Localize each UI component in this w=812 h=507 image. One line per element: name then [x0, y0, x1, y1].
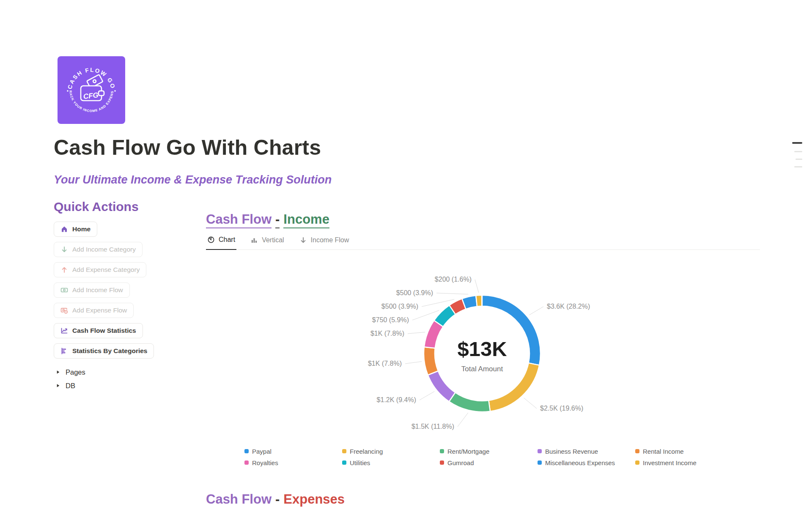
triangle-right-icon[interactable]: [55, 383, 60, 388]
cash-flow-link[interactable]: Cash Flow: [206, 492, 272, 507]
income-view-tabs: ChartVerticalIncome Flow: [206, 233, 760, 250]
quick-action-add-expense-flow-button[interactable]: Add Expense Flow: [54, 303, 134, 318]
legend-item-freelancing[interactable]: Freelancing: [342, 447, 440, 456]
quick-action-add-income-flow-button[interactable]: Add Income Flow: [54, 282, 130, 298]
slice-leader-line: [436, 293, 468, 294]
legend-item-gumroad[interactable]: Gumroad: [440, 458, 538, 467]
slice-label-paypal: $3.6K (28.2%): [547, 303, 590, 310]
quick-action-add-income-category-button[interactable]: Add Income Category: [54, 242, 143, 257]
legend-label: Gumroad: [447, 459, 474, 466]
slice-label-rent-mortgage: $1.5K (11.8%): [411, 423, 454, 430]
banknote-icon: [60, 286, 68, 294]
toc-line[interactable]: [794, 166, 802, 167]
donut-slice-investment-income[interactable]: [476, 295, 482, 307]
legend-label: Rental Income: [643, 448, 684, 455]
income-link[interactable]: Income: [283, 212, 329, 228]
page-subtitle: Your Ultimate Income & Expense Tracking …: [54, 173, 332, 186]
quick-action-label: Add Expense Category: [72, 266, 140, 274]
slice-leader-line: [408, 332, 425, 334]
quick-action-statistics-by-categories-button[interactable]: Statistics By Categories: [54, 343, 154, 359]
legend-label: Investment Income: [643, 459, 697, 466]
toc-line[interactable]: [794, 151, 802, 152]
line-chart-icon: [60, 327, 68, 334]
slice-leader-line: [420, 392, 434, 400]
toc-indicator[interactable]: [791, 142, 802, 167]
slice-leader-line: [529, 307, 543, 315]
legend-item-investment-income[interactable]: Investment Income: [635, 458, 733, 467]
legend-item-miscellaneous-expenses[interactable]: Miscellaneous Expenses: [538, 458, 635, 467]
toc-line[interactable]: [796, 159, 802, 160]
legend-label: Rent/Mortgage: [447, 448, 489, 455]
slice-label-gumroad: $500 (3.9%): [381, 303, 418, 310]
legend-label: Paypal: [252, 448, 272, 455]
quick-actions-heading: Quick Actions: [54, 200, 198, 214]
quick-action-label: Home: [72, 225, 91, 233]
slice-leader-line: [524, 398, 537, 408]
legend-color-swatch: [538, 449, 542, 453]
legend-color-swatch: [244, 449, 249, 453]
arrow-down-icon: [299, 236, 307, 244]
arrow-down-icon: [60, 246, 68, 253]
arrow-up-icon: [60, 266, 68, 274]
donut-center-total: $13K: [457, 337, 507, 360]
quick-action-cash-flow-statistics-button[interactable]: Cash Flow Statistics: [54, 323, 143, 338]
slice-label-business-revenue: $1.2K (9.4%): [377, 396, 416, 403]
legend-item-paypal[interactable]: Paypal: [244, 447, 342, 456]
page-title: Cash Flow Go With Charts: [54, 135, 321, 160]
cash-flow-link[interactable]: Cash Flow: [206, 212, 272, 228]
quick-action-label: Add Expense Flow: [72, 307, 127, 314]
legend-label: Miscellaneous Expenses: [545, 459, 615, 466]
legend-color-swatch: [635, 460, 639, 465]
tab-income-flow[interactable]: Income Flow: [298, 233, 351, 250]
heading-separator: -: [275, 212, 280, 228]
slice-label-miscellaneous-expenses: $500 (3.9%): [396, 289, 433, 296]
sidebar-toggle-pages[interactable]: Pages: [54, 365, 198, 379]
legend-item-utilities[interactable]: Utilities: [342, 458, 440, 467]
legend-color-swatch: [244, 460, 249, 465]
slice-leader-line: [458, 413, 468, 427]
chart-legend: PaypalFreelancingRent/MortgageBusiness R…: [244, 447, 733, 467]
legend-label: Royalties: [252, 459, 278, 466]
slice-label-royalties: $1K (7.8%): [370, 330, 404, 337]
quick-action-add-expense-category-button[interactable]: Add Expense Category: [54, 262, 146, 277]
cash-flow-go-logo-graphic: CASH FLOW GO TRACK YOUR INCOME AND EXPEN…: [58, 56, 125, 124]
tab-label: Chart: [219, 236, 235, 244]
slice-leader-line: [405, 362, 422, 364]
tab-label: Vertical: [262, 236, 284, 244]
slice-leader-line: [475, 280, 479, 293]
bar-chart-horizontal-icon: [60, 347, 68, 355]
tab-vertical[interactable]: Vertical: [249, 233, 285, 250]
legend-item-business-revenue[interactable]: Business Revenue: [538, 447, 635, 456]
legend-color-swatch: [342, 460, 346, 465]
legend-item-rent-mortgage[interactable]: Rent/Mortgage: [440, 447, 538, 456]
slice-label-rental-income: $1K (7.8%): [368, 360, 402, 367]
expenses-link[interactable]: Expenses: [283, 492, 345, 507]
legend-item-rental-income[interactable]: Rental Income: [635, 447, 733, 456]
legend-item-royalties[interactable]: Royalties: [244, 458, 342, 467]
tab-chart[interactable]: Chart: [206, 233, 236, 250]
income-donut-chart: $13KTotal Amount$3.6K (28.2%)$2.5K (19.6…: [206, 254, 760, 452]
legend-label: Business Revenue: [545, 448, 598, 455]
slice-label-freelancing: $2.5K (19.6%): [540, 405, 583, 412]
quick-action-label: Add Income Flow: [72, 286, 123, 294]
expenses-section-heading: Cash Flow-Expenses: [206, 492, 345, 507]
legend-color-swatch: [440, 460, 444, 465]
quick-actions-list: HomeAdd Income CategoryAdd Expense Categ…: [54, 222, 198, 359]
slice-label-utilities: $750 (5.9%): [372, 316, 409, 323]
legend-color-swatch: [635, 449, 639, 453]
donut-slice-rental-income[interactable]: [424, 347, 438, 375]
page-logo[interactable]: CASH FLOW GO TRACK YOUR INCOME AND EXPEN…: [58, 56, 125, 124]
sidebar-toggle-db[interactable]: DB: [54, 379, 198, 392]
toggle-label: DB: [66, 382, 75, 390]
banknote-sync-icon: [60, 307, 68, 314]
legend-label: Utilities: [350, 459, 370, 466]
quick-action-home-button[interactable]: Home: [54, 222, 97, 237]
quick-action-label: Statistics By Categories: [72, 347, 147, 355]
quick-action-label: Add Income Category: [72, 246, 136, 253]
toc-line-active[interactable]: [792, 142, 802, 144]
donut-slice-business-revenue[interactable]: [428, 371, 455, 401]
donut-slice-rent-mortgage[interactable]: [449, 392, 490, 412]
triangle-right-icon[interactable]: [55, 370, 60, 375]
quick-action-label: Cash Flow Statistics: [72, 327, 136, 334]
slice-label-investment-income: $200 (1.6%): [435, 276, 472, 283]
